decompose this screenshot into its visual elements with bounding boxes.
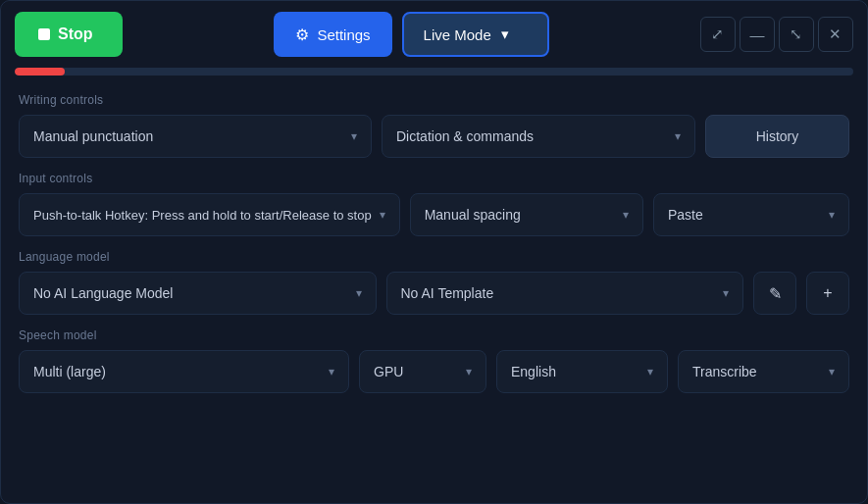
english-text: English xyxy=(511,364,639,379)
settings-icon: ⚙ xyxy=(295,25,309,44)
dictation-commands-dropdown[interactable]: Dictation & commands ▾ xyxy=(382,115,695,158)
stop-icon xyxy=(38,28,50,40)
manual-punctuation-text: Manual punctuation xyxy=(33,128,343,144)
dictation-commands-text: Dictation & commands xyxy=(396,128,667,144)
chevron-down-icon: ▾ xyxy=(723,286,729,300)
edit-button[interactable]: ✎ xyxy=(753,272,796,315)
chevron-down-icon: ▾ xyxy=(380,208,385,222)
speech-model-section: Speech model Multi (large) ▾ GPU ▾ Engli… xyxy=(19,328,849,393)
restore-button[interactable]: ⤡ xyxy=(779,17,814,52)
edit-icon: ✎ xyxy=(769,284,782,303)
stop-button[interactable]: Stop xyxy=(15,12,123,57)
push-to-talk-dropdown[interactable]: Push-to-talk Hotkey: Press and hold to s… xyxy=(19,193,400,236)
add-button[interactable]: + xyxy=(806,272,849,315)
chevron-down-icon: ▾ xyxy=(501,25,509,43)
expand-button[interactable]: ⤢ xyxy=(700,17,736,52)
content-area: Writing controls Manual punctuation ▾ Di… xyxy=(1,83,867,503)
live-mode-button[interactable]: Live Mode ▾ xyxy=(402,12,549,57)
language-model-row: No AI Language Model ▾ No AI Template ▾ … xyxy=(19,272,849,315)
manual-spacing-text: Manual spacing xyxy=(425,207,615,223)
input-controls-section: Input controls Push-to-talk Hotkey: Pres… xyxy=(19,172,849,236)
gpu-text: GPU xyxy=(374,364,458,379)
manual-punctuation-dropdown[interactable]: Manual punctuation ▾ xyxy=(19,115,372,158)
chevron-down-icon: ▾ xyxy=(356,286,362,300)
chevron-down-icon: ▾ xyxy=(647,365,653,378)
close-button[interactable]: ✕ xyxy=(818,17,853,52)
window-controls: ⤢ — ⤡ ✕ xyxy=(700,17,853,52)
chevron-down-icon: ▾ xyxy=(329,365,334,378)
app-window: Stop ⚙ Settings Live Mode ▾ ⤢ — ⤡ ✕ xyxy=(0,0,868,504)
chevron-down-icon: ▾ xyxy=(466,365,472,378)
writing-controls-label: Writing controls xyxy=(19,93,849,107)
minimize-button[interactable]: — xyxy=(740,17,775,52)
manual-spacing-dropdown[interactable]: Manual spacing ▾ xyxy=(410,193,643,236)
chevron-down-icon: ▾ xyxy=(829,365,835,378)
paste-text: Paste xyxy=(668,207,821,223)
transcribe-dropdown[interactable]: Transcribe ▾ xyxy=(678,350,849,393)
chevron-down-icon: ▾ xyxy=(623,208,629,222)
push-to-talk-text: Push-to-talk Hotkey: Press and hold to s… xyxy=(33,208,372,223)
speech-model-row: Multi (large) ▾ GPU ▾ English ▾ Transcri… xyxy=(19,350,849,393)
progress-bar-container xyxy=(1,68,867,83)
progress-track xyxy=(15,68,853,76)
chevron-down-icon: ▾ xyxy=(829,208,835,222)
stop-label: Stop xyxy=(58,25,93,43)
multi-large-dropdown[interactable]: Multi (large) ▾ xyxy=(19,350,349,393)
settings-button[interactable]: ⚙ Settings xyxy=(274,12,391,57)
language-model-section: Language model No AI Language Model ▾ No… xyxy=(19,250,849,315)
gpu-dropdown[interactable]: GPU ▾ xyxy=(359,350,486,393)
no-ai-template-text: No AI Template xyxy=(401,285,716,301)
transcribe-text: Transcribe xyxy=(692,364,821,379)
chevron-down-icon: ▾ xyxy=(351,129,357,143)
settings-label: Settings xyxy=(317,26,370,43)
history-button[interactable]: History xyxy=(705,115,849,158)
no-ai-language-dropdown[interactable]: No AI Language Model ▾ xyxy=(19,272,377,315)
no-ai-template-dropdown[interactable]: No AI Template ▾ xyxy=(386,272,744,315)
input-controls-label: Input controls xyxy=(19,172,849,185)
live-mode-label: Live Mode xyxy=(424,26,491,43)
paste-dropdown[interactable]: Paste ▾ xyxy=(653,193,849,236)
no-ai-language-text: No AI Language Model xyxy=(33,285,348,301)
input-controls-row: Push-to-talk Hotkey: Press and hold to s… xyxy=(19,193,849,236)
title-bar-center: ⚙ Settings Live Mode ▾ xyxy=(274,12,548,57)
title-bar: Stop ⚙ Settings Live Mode ▾ ⤢ — ⤡ ✕ xyxy=(1,1,867,68)
writing-controls-row: Manual punctuation ▾ Dictation & command… xyxy=(19,115,849,158)
chevron-down-icon: ▾ xyxy=(675,129,681,143)
language-model-label: Language model xyxy=(19,250,849,264)
writing-controls-section: Writing controls Manual punctuation ▾ Di… xyxy=(19,93,849,158)
history-label: History xyxy=(756,128,799,144)
progress-fill xyxy=(15,68,65,76)
multi-large-text: Multi (large) xyxy=(33,364,321,379)
speech-model-label: Speech model xyxy=(19,328,849,342)
english-dropdown[interactable]: English ▾ xyxy=(496,350,668,393)
plus-icon: + xyxy=(823,284,832,302)
